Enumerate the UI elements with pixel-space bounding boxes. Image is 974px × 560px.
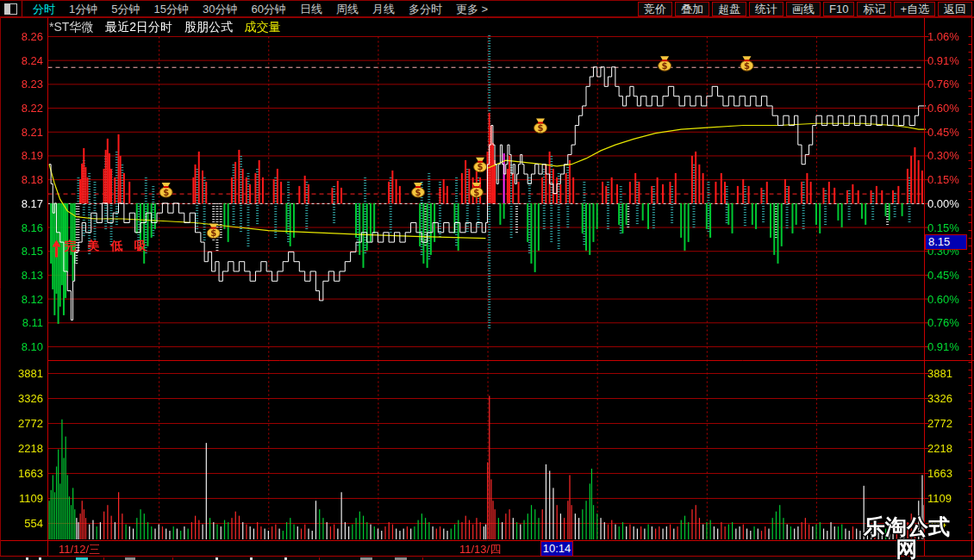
- menu-button-0[interactable]: 竞价: [638, 2, 672, 16]
- period-tabs-host: 分时1分钟5分钟15分钟30分钟60分钟日线周线月线多分时更多 >: [26, 1, 495, 17]
- axis-label: 3326: [927, 393, 952, 404]
- menu-button-5[interactable]: F10: [823, 2, 854, 16]
- tab-3[interactable]: 15分钟: [147, 3, 195, 16]
- axis-label: 0.60%: [927, 294, 959, 305]
- axis-label: 0.76%: [927, 78, 959, 90]
- axis-label: 2772: [3, 418, 43, 429]
- axis-label: 0.91%: [927, 55, 959, 66]
- axis-label: 1663: [927, 468, 952, 479]
- axis-label: 8.18: [3, 174, 43, 185]
- tab-5[interactable]: 60分钟: [244, 3, 292, 16]
- menu-button-4[interactable]: 画线: [786, 2, 821, 16]
- axis-label: 0.15%: [927, 222, 959, 233]
- tab-0[interactable]: 分时: [26, 3, 62, 16]
- period-tabs: 分时1分钟5分钟15分钟30分钟60分钟日线周线月线多分时更多 >: [0, 1, 495, 16]
- top-menu-bar: 分时1分钟5分钟15分钟30分钟60分钟日线周线月线多分时更多 > 竞价叠加超盘…: [0, 0, 974, 17]
- window-icon[interactable]: [4, 3, 17, 15]
- axis-label: 8.15: [3, 246, 43, 257]
- menu-button-1[interactable]: 叠加: [675, 2, 709, 16]
- axis-label: 0.30%: [927, 150, 959, 161]
- tab-9[interactable]: 多分时: [402, 3, 449, 16]
- tab-2[interactable]: 5分钟: [104, 3, 147, 16]
- axis-label: 2218: [927, 443, 952, 454]
- axis-label: 0.15%: [927, 174, 959, 185]
- tab-6[interactable]: 日线: [293, 3, 329, 16]
- chart-title: *ST华微 最近2日分时 股朋公式 成交量: [49, 20, 290, 35]
- axis-label: 2218: [3, 443, 43, 454]
- toolbar-buttons: 竞价叠加超盘统计画线F10标记+自选返回: [635, 1, 974, 16]
- tab-7[interactable]: 周线: [329, 3, 365, 16]
- tab-1[interactable]: 1分钟: [62, 3, 104, 16]
- axis-label: 1109: [3, 493, 43, 504]
- axis-label: 8.13: [3, 270, 43, 281]
- axis-label: 8.21: [3, 127, 43, 138]
- axis-label: 8.22: [3, 103, 43, 114]
- menu-button-6[interactable]: 标记: [857, 2, 891, 16]
- axis-label: 1663: [3, 468, 43, 479]
- watermark-site-name: 乐淘公式网: [855, 515, 958, 560]
- formula-label[interactable]: 股朋公式: [184, 20, 233, 34]
- axis-label: 8.10: [3, 341, 43, 352]
- stock-name[interactable]: *ST华微: [49, 20, 93, 34]
- menu-divider: [22, 1, 22, 16]
- menu-button-3[interactable]: 统计: [749, 2, 784, 16]
- price-volume-chart-canvas[interactable]: [0, 0, 974, 560]
- axis-label: 8.17: [3, 198, 43, 209]
- menu-button-2[interactable]: 超盘: [712, 2, 746, 16]
- cursor-time-box: 10:14: [540, 541, 573, 557]
- axis-label: 8.26: [3, 31, 43, 42]
- tab-10[interactable]: 更多 >: [449, 3, 495, 16]
- axis-label: 1.06%: [927, 31, 959, 42]
- axis-label: 8.11: [3, 317, 43, 328]
- menu-button-8[interactable]: 返回: [938, 2, 972, 16]
- axis-label: 3326: [3, 393, 43, 404]
- tab-4[interactable]: 30分钟: [196, 3, 244, 16]
- bottom-toolbar-strip: [0, 556, 974, 560]
- menu-button-7[interactable]: +自选: [894, 2, 935, 16]
- chart-mode-label: 最近2日分时: [105, 20, 172, 34]
- axis-label: 8.24: [3, 55, 43, 66]
- cursor-price-box: 8.15: [925, 234, 967, 250]
- axis-label: 8.23: [3, 78, 43, 90]
- axis-label: 0.91%: [927, 341, 959, 352]
- axis-label: 0.45%: [927, 127, 959, 138]
- axis-label: 0.00%: [927, 198, 959, 209]
- axis-label: 2772: [927, 418, 952, 429]
- axis-label: 554: [3, 518, 43, 529]
- axis-label: 8.16: [3, 222, 43, 233]
- axis-label: 8.12: [3, 294, 43, 305]
- tab-8[interactable]: 月线: [365, 3, 402, 16]
- axis-label: 3881: [3, 368, 43, 379]
- axis-label: 1109: [927, 493, 952, 504]
- axis-label: 0.45%: [927, 270, 959, 281]
- watermark: 乐淘公式网 www.60lt.com: [855, 515, 958, 560]
- axis-label: 0.60%: [927, 103, 959, 114]
- axis-label: 8.19: [3, 150, 43, 161]
- axis-label: 0.76%: [927, 317, 959, 328]
- axis-label: 3881: [927, 368, 952, 379]
- indicator-label[interactable]: 成交量: [245, 20, 281, 34]
